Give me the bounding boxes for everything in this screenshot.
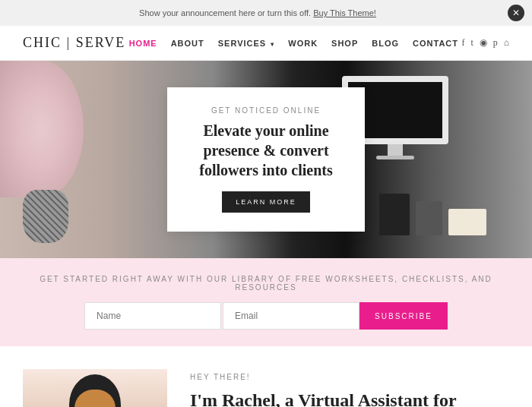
nav-item-services[interactable]: SERVICES ▾ [218, 39, 275, 48]
about-section: HEY THERE! I'm Rachel, a Virtual Assista… [0, 346, 532, 407]
subscribe-button[interactable]: SUBSCRIBE [359, 302, 448, 330]
nav-item-about[interactable]: ABOUT [171, 39, 204, 48]
hero-book [379, 194, 410, 235]
hero-flowers [0, 61, 84, 197]
subscribe-label: GET STARTED RIGHT AWAY WITH OUR LIBRARY … [23, 275, 509, 292]
twitter-icon[interactable]: t [470, 37, 473, 49]
name-input[interactable] [84, 302, 221, 330]
announcement-text: Show your announcement here or turn this… [139, 8, 376, 17]
hero-card: GET NOTICED ONLINE Elevate your online p… [167, 87, 365, 232]
hero-cta-button[interactable]: LEARN MORE [222, 191, 310, 213]
nav-item-home[interactable]: HOME [129, 39, 157, 48]
header: CHIC | SERVE HOME ABOUT SERVICES ▾ WORK … [0, 26, 532, 61]
monitor-base [376, 156, 414, 159]
main-nav: HOME ABOUT SERVICES ▾ WORK SHOP BLOG CON… [129, 39, 458, 48]
logo[interactable]: CHIC | SERVE [23, 35, 125, 51]
about-content: HEY THERE! I'm Rachel, a Virtual Assista… [190, 369, 509, 407]
logo-text: CHIC | SERVE [23, 35, 125, 50]
subscribe-section: GET STARTED RIGHT AWAY WITH OUR LIBRARY … [0, 258, 532, 346]
social-icons: f t ◉ p ⌂ [461, 37, 509, 49]
about-subtitle: HEY THERE! [190, 373, 509, 381]
facebook-icon[interactable]: f [461, 37, 464, 49]
hero-notepad [448, 209, 486, 235]
nav-item-blog[interactable]: BLOG [372, 39, 399, 48]
hero-card-title: Elevate your online presence & convert f… [194, 121, 338, 180]
monitor-stand [388, 144, 403, 156]
subscribe-form: SUBSCRIBE [23, 302, 509, 330]
hero-book2 [416, 201, 442, 235]
hero-vase [23, 190, 68, 243]
about-title: I'm Rachel, a Virtual Assistant for crea… [190, 389, 509, 407]
announcement-bar: Show your announcement here or turn this… [0, 0, 532, 26]
nav-item-work[interactable]: WORK [288, 39, 318, 48]
email-input[interactable] [223, 302, 359, 330]
nav-item-contact[interactable]: CONTACT [413, 39, 458, 48]
pinterest-icon[interactable]: p [493, 37, 498, 49]
person-head [72, 380, 118, 407]
rss-icon[interactable]: ⌂ [504, 37, 509, 49]
hero-card-subtitle: GET NOTICED ONLINE [194, 106, 338, 115]
about-image [23, 369, 167, 407]
instagram-icon[interactable]: ◉ [480, 37, 487, 49]
hero-desk-items [379, 194, 486, 235]
announcement-link[interactable]: Buy This Theme! [313, 8, 376, 17]
hero-section: GET NOTICED ONLINE Elevate your online p… [0, 61, 532, 258]
nav-item-shop[interactable]: SHOP [331, 39, 358, 48]
close-icon[interactable]: ✕ [508, 5, 524, 21]
person-illustration [46, 380, 144, 407]
